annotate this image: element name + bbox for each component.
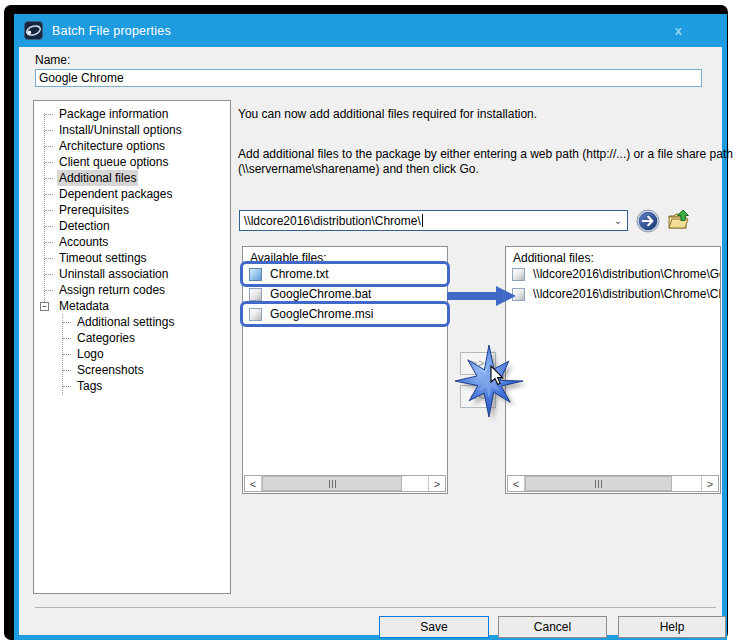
move-right-button[interactable]: >>	[460, 352, 496, 375]
path-value: \\ldcore2016\distribution\Chrome\	[240, 214, 421, 228]
tree-connector-line	[63, 370, 71, 371]
tree-connector-line	[45, 242, 53, 243]
tree-item-label: Metadata	[57, 298, 111, 314]
text-caret	[422, 214, 423, 227]
tree-connector-line	[63, 354, 71, 355]
scroll-left-button[interactable]: <	[508, 476, 525, 491]
instructions-line1: Add additional files to the package by e…	[238, 147, 733, 162]
tree-connector-line	[45, 226, 53, 227]
tree-connector-line	[45, 162, 53, 163]
tree-item-tags[interactable]: Tags	[34, 378, 230, 394]
tree-item-label: Client queue options	[57, 154, 170, 170]
additional-files-list: \\ldcore2016\distribution\Chrome\GoogleC…	[506, 264, 720, 304]
scroll-right-button[interactable]: >	[428, 476, 445, 491]
file-label: \\ldcore2016\distribution\Chrome\GoogleC…	[533, 267, 720, 281]
file-checkbox-icon[interactable]	[512, 288, 525, 301]
tree-item-timeout-settings[interactable]: Timeout settings	[34, 250, 230, 266]
tree-item-metadata[interactable]: −Metadata	[34, 298, 230, 314]
file-checkbox-icon[interactable]	[512, 268, 525, 281]
tree-connector-line	[63, 386, 71, 387]
tree-item-client-queue-options[interactable]: Client queue options	[34, 154, 230, 170]
available-files-panel: Available files: Chrome.txtGoogleChrome.…	[242, 246, 448, 494]
scroll-thumb[interactable]	[262, 476, 402, 491]
tree-item-uninstall-association[interactable]: Uninstall association	[34, 266, 230, 282]
tree-item-label: Categories	[75, 330, 137, 346]
tree-connector-line	[63, 338, 71, 339]
tree-item-label: Accounts	[57, 234, 110, 250]
tree-item-screenshots[interactable]: Screenshots	[34, 362, 230, 378]
scroll-left-button[interactable]: <	[245, 476, 262, 491]
tree-item-assign-return-codes[interactable]: Assign return codes	[34, 282, 230, 298]
available-files-label: Available files:	[243, 247, 447, 264]
chevron-right-icon: >	[707, 478, 713, 490]
tree-connector-line	[45, 290, 53, 291]
tree-item-label: Additional files	[57, 170, 138, 186]
available-hscrollbar[interactable]: < >	[244, 475, 446, 492]
chevron-left-icon: <	[513, 478, 519, 490]
tree-item-prerequisites[interactable]: Prerequisites	[34, 202, 230, 218]
name-input[interactable]: Google Chrome	[35, 69, 702, 87]
file-label: GoogleChrome.msi	[270, 307, 373, 321]
tree-item-logo[interactable]: Logo	[34, 346, 230, 362]
tree-item-detection[interactable]: Detection	[34, 218, 230, 234]
tree-item-label: Assign return codes	[57, 282, 167, 298]
combo-dropdown-button[interactable]: ⌄	[609, 211, 627, 230]
batch-file-properties-window: Batch File properties x Name: Google Chr…	[14, 14, 727, 640]
tree-item-additional-settings[interactable]: Additional settings	[34, 314, 230, 330]
tree-connector-line	[45, 194, 53, 195]
chevron-right-icon: >	[434, 478, 440, 490]
tree-item-categories[interactable]: Categories	[34, 330, 230, 346]
tree-item-dependent-packages[interactable]: Dependent packages	[34, 186, 230, 202]
tree-item-label: Package information	[57, 106, 170, 122]
file-label: \\ldcore2016\distribution\Chrome\Chrome.…	[533, 287, 720, 301]
folder-up-icon	[669, 210, 689, 228]
tree-connector-line	[45, 178, 53, 179]
footer-separator	[35, 607, 716, 608]
tree-item-architecture-options[interactable]: Architecture options	[34, 138, 230, 154]
scroll-thumb[interactable]	[525, 476, 672, 491]
chevron-left-icon: <	[250, 478, 256, 490]
tree-connector-line	[63, 322, 71, 323]
available-file-row[interactable]: GoogleChrome.msi	[243, 304, 447, 324]
additional-hscrollbar[interactable]: < >	[507, 475, 719, 492]
tree-item-label: Architecture options	[57, 138, 167, 154]
scroll-right-button[interactable]: >	[701, 476, 718, 491]
instructions-line2: (\\servername\sharename) and then click …	[238, 162, 733, 177]
available-file-row[interactable]: GoogleChrome.bat	[243, 284, 447, 304]
tree-item-package-information[interactable]: Package information	[34, 106, 230, 122]
path-combobox[interactable]: \\ldcore2016\distribution\Chrome\ ⌄	[239, 210, 628, 231]
tree-item-label: Tags	[75, 378, 104, 394]
title-bar[interactable]: Batch File properties	[14, 14, 727, 47]
tree-item-label: Additional settings	[75, 314, 176, 330]
go-button[interactable]	[636, 209, 660, 233]
move-left-button[interactable]: <<	[460, 385, 496, 408]
file-label: GoogleChrome.bat	[270, 287, 371, 301]
browse-button[interactable]	[667, 209, 691, 233]
chevron-down-icon: ⌄	[614, 215, 622, 226]
tree-item-label: Screenshots	[75, 362, 146, 378]
close-icon[interactable]: x	[675, 23, 682, 38]
tree-expander-minus-icon[interactable]: −	[40, 302, 49, 311]
tree-connector-line	[45, 114, 53, 115]
tree-item-install-uninstall-options[interactable]: Install/Uninstall options	[34, 122, 230, 138]
tree-item-label: Timeout settings	[57, 250, 149, 266]
tree-connector-line	[45, 130, 53, 131]
file-checkbox-icon[interactable]	[249, 308, 262, 321]
tree-item-accounts[interactable]: Accounts	[34, 234, 230, 250]
app-logo-icon	[24, 21, 43, 40]
help-button[interactable]: Help	[618, 616, 726, 638]
file-checkbox-icon[interactable]	[249, 268, 262, 281]
tree-item-label: Uninstall association	[57, 266, 170, 282]
screenshot-stage: Batch File properties x Name: Google Chr…	[0, 0, 734, 644]
save-button[interactable]: Save	[379, 616, 489, 638]
additional-file-row[interactable]: \\ldcore2016\distribution\Chrome\GoogleC…	[506, 264, 720, 284]
tree-item-additional-files[interactable]: Additional files	[34, 170, 230, 186]
additional-files-panel: Additional files: \\ldcore2016\distribut…	[505, 246, 721, 494]
tree-connector-line	[45, 210, 53, 211]
available-file-row[interactable]: Chrome.txt	[243, 264, 447, 284]
additional-file-row[interactable]: \\ldcore2016\distribution\Chrome\Chrome.…	[506, 284, 720, 304]
tree-item-label: Detection	[57, 218, 112, 234]
cancel-button[interactable]: Cancel	[498, 616, 607, 638]
intro-text: You can now add additional files require…	[238, 107, 718, 122]
file-checkbox-icon[interactable]	[249, 288, 262, 301]
